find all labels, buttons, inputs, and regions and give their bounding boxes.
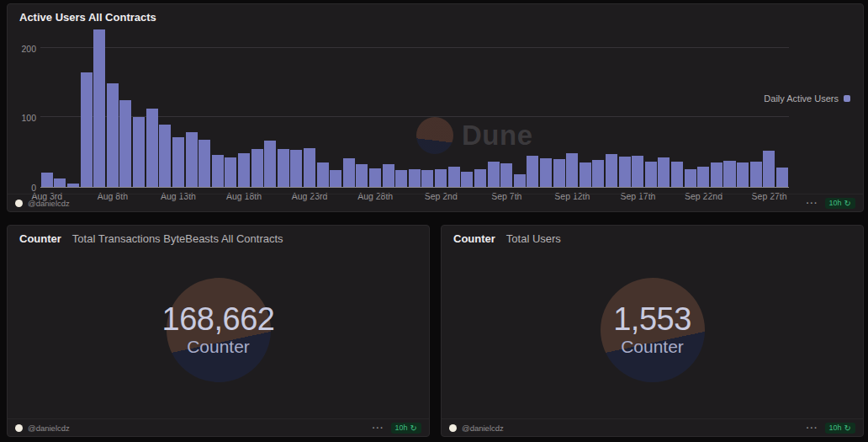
more-options-button[interactable]: ··· [373, 423, 384, 432]
counter2-caption: Counter [621, 337, 684, 357]
bar[interactable] [606, 154, 617, 187]
bar-series [40, 28, 789, 187]
bar[interactable] [671, 162, 683, 187]
bar[interactable] [737, 162, 749, 187]
bar[interactable] [421, 170, 433, 187]
bar[interactable] [264, 141, 276, 187]
bar[interactable] [369, 168, 381, 187]
author-handle[interactable]: @danielcdz [28, 199, 70, 208]
more-options-button[interactable]: ··· [807, 199, 818, 207]
bar[interactable] [592, 160, 604, 187]
bar[interactable] [448, 167, 460, 187]
bar[interactable] [580, 162, 591, 187]
counter2-kind-label: Counter [453, 232, 495, 245]
refresh-age-label: 10h [395, 423, 408, 432]
bar[interactable] [409, 169, 421, 187]
y-tick-label: 200 [21, 44, 36, 54]
bar[interactable] [632, 156, 643, 187]
bar[interactable] [107, 83, 119, 187]
bar[interactable] [723, 161, 735, 187]
footer-actions: ··· 10h ↻ [373, 423, 421, 434]
refresh-age-badge[interactable]: 10h ↻ [391, 423, 421, 434]
author-handle[interactable]: @danielcdz [462, 423, 504, 433]
bar[interactable] [343, 158, 355, 187]
bar[interactable] [527, 156, 538, 187]
bar[interactable] [225, 157, 236, 187]
refresh-age-badge[interactable]: 10h ↻ [825, 423, 855, 434]
bar[interactable] [776, 168, 788, 187]
bar[interactable] [500, 163, 512, 187]
bar[interactable] [356, 164, 368, 187]
bar[interactable] [119, 100, 131, 187]
counter1-footer: @danielcdz ··· 10h ↻ [8, 418, 429, 436]
bar[interactable] [146, 109, 158, 187]
legend-label: Daily Active Users [764, 93, 839, 104]
bar[interactable] [461, 172, 473, 187]
bar[interactable] [54, 178, 66, 187]
bar[interactable] [658, 157, 670, 187]
counter2-footer: @danielcdz ··· 10h ↻ [442, 418, 863, 436]
bar[interactable] [133, 117, 145, 187]
more-options-button[interactable]: ··· [807, 423, 818, 432]
refresh-age-label: 10h [829, 199, 842, 207]
bar[interactable] [566, 153, 578, 187]
bar[interactable] [317, 162, 329, 187]
avatar[interactable] [15, 424, 23, 432]
bar[interactable] [540, 158, 552, 187]
chart-panel-header: Active Users All Contracts [8, 4, 863, 24]
bar[interactable] [186, 132, 198, 187]
footer-actions: ··· 10h ↻ [807, 423, 855, 434]
counter2-value: 1,553 [613, 303, 691, 335]
bar[interactable] [619, 157, 631, 187]
bar[interactable] [685, 169, 696, 187]
bar[interactable] [711, 162, 722, 187]
bar[interactable] [763, 151, 775, 187]
chart-legend[interactable]: Daily Active Users [764, 93, 850, 104]
bar[interactable] [41, 173, 53, 187]
bar[interactable] [514, 174, 526, 187]
refresh-icon: ↻ [844, 424, 851, 432]
bar[interactable] [435, 169, 447, 187]
bar[interactable] [172, 137, 184, 187]
counter1-logo-circle: 168,662 Counter [167, 278, 271, 382]
bar[interactable] [330, 170, 341, 187]
bar[interactable] [553, 159, 565, 187]
bar[interactable] [383, 164, 394, 187]
bar[interactable] [645, 162, 657, 187]
chart-title: Active Users All Contracts [19, 11, 156, 24]
bar[interactable] [488, 162, 500, 187]
bar[interactable] [251, 149, 263, 187]
bar[interactable] [278, 149, 289, 187]
bar[interactable] [81, 72, 93, 187]
bar[interactable] [395, 170, 407, 187]
bar[interactable] [212, 155, 224, 187]
counter1-caption: Counter [187, 337, 250, 357]
refresh-age-label: 10h [829, 423, 842, 432]
bar[interactable] [159, 125, 171, 187]
bar[interactable] [198, 140, 210, 187]
bar[interactable] [474, 169, 486, 187]
footer-actions: ··· 10h ↻ [807, 198, 855, 209]
avatar[interactable] [15, 200, 23, 207]
bar[interactable] [304, 148, 315, 187]
counter1-title: Total Transactions ByteBeasts All Contra… [72, 232, 283, 245]
counter2-title: Total Users [506, 232, 561, 245]
author-handle[interactable]: @danielcdz [28, 423, 70, 433]
bar[interactable] [238, 153, 250, 187]
counter1-kind-label: Counter [19, 232, 61, 245]
bar[interactable] [697, 167, 709, 187]
bar[interactable] [93, 29, 105, 187]
bar[interactable] [290, 150, 302, 187]
refresh-icon: ↻ [844, 200, 851, 207]
total-transactions-panel: Counter Total Transactions ByteBeasts Al… [7, 225, 430, 437]
chart-panel-footer: @danielcdz ··· 10h ↻ [8, 194, 863, 211]
y-axis: 0100200 [8, 28, 36, 188]
bar[interactable] [67, 184, 79, 187]
refresh-age-badge[interactable]: 10h ↻ [825, 198, 855, 209]
bar[interactable] [750, 162, 762, 187]
avatar[interactable] [449, 424, 457, 432]
bar-chart-plot: Dune [40, 28, 789, 188]
counter1-header: Counter Total Transactions ByteBeasts Al… [8, 226, 429, 245]
refresh-icon: ↻ [410, 424, 417, 432]
y-tick-label: 100 [21, 113, 36, 123]
